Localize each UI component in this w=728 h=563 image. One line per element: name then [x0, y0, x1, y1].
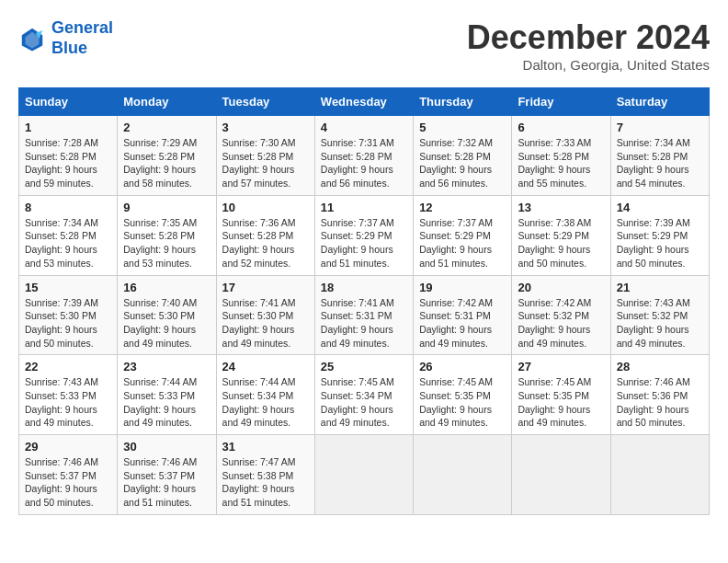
day-info: Sunrise: 7:46 AM Sunset: 5:37 PM Dayligh…: [123, 455, 210, 510]
day-info: Sunrise: 7:41 AM Sunset: 5:31 PM Dayligh…: [321, 296, 407, 350]
day-header-thursday: Thursday: [414, 88, 512, 116]
day-number: 3: [222, 121, 309, 134]
day-info: Sunrise: 7:47 AM Sunset: 5:38 PM Dayligh…: [222, 455, 309, 510]
day-info: Sunrise: 7:30 AM Sunset: 5:28 PM Dayligh…: [222, 136, 309, 190]
location: Dalton, Georgia, United States: [467, 57, 710, 73]
day-info: Sunrise: 7:46 AM Sunset: 5:37 PM Dayligh…: [25, 455, 111, 510]
calendar-cell: 7 Sunrise: 7:34 AM Sunset: 5:28 PM Dayli…: [610, 116, 709, 196]
title-block: December 2024 Dalton, Georgia, United St…: [467, 18, 710, 73]
calendar-cell: 31 Sunrise: 7:47 AM Sunset: 5:38 PM Dayl…: [216, 435, 314, 515]
day-info: Sunrise: 7:45 AM Sunset: 5:35 PM Dayligh…: [419, 375, 506, 430]
day-number: 1: [25, 121, 111, 134]
calendar-cell: 26 Sunrise: 7:45 AM Sunset: 5:35 PM Dayl…: [414, 355, 512, 435]
day-info: Sunrise: 7:36 AM Sunset: 5:28 PM Dayligh…: [222, 216, 309, 270]
calendar-cell: [610, 435, 709, 515]
day-info: Sunrise: 7:39 AM Sunset: 5:30 PM Dayligh…: [25, 296, 111, 350]
day-info: Sunrise: 7:44 AM Sunset: 5:34 PM Dayligh…: [222, 375, 309, 430]
calendar-cell: 17 Sunrise: 7:41 AM Sunset: 5:30 PM Dayl…: [216, 275, 314, 355]
day-info: Sunrise: 7:42 AM Sunset: 5:32 PM Dayligh…: [518, 296, 604, 350]
calendar-cell: 24 Sunrise: 7:44 AM Sunset: 5:34 PM Dayl…: [216, 355, 314, 435]
logo-line2: Blue: [51, 39, 87, 57]
calendar-cell: 15 Sunrise: 7:39 AM Sunset: 5:30 PM Dayl…: [19, 275, 118, 355]
calendar-cell: 14 Sunrise: 7:39 AM Sunset: 5:29 PM Dayl…: [610, 195, 709, 275]
day-number: 19: [419, 281, 506, 294]
week-row-2: 8 Sunrise: 7:34 AM Sunset: 5:28 PM Dayli…: [19, 195, 710, 275]
week-row-1: 1 Sunrise: 7:28 AM Sunset: 5:28 PM Dayli…: [19, 116, 710, 196]
day-number: 26: [419, 360, 506, 373]
calendar-cell: 20 Sunrise: 7:42 AM Sunset: 5:32 PM Dayl…: [512, 275, 610, 355]
day-number: 7: [617, 121, 703, 134]
day-number: 22: [25, 360, 111, 373]
logo: General Blue: [18, 18, 113, 58]
day-info: Sunrise: 7:34 AM Sunset: 5:28 PM Dayligh…: [617, 136, 703, 190]
day-number: 27: [518, 360, 604, 373]
day-info: Sunrise: 7:40 AM Sunset: 5:30 PM Dayligh…: [123, 296, 210, 350]
week-row-3: 15 Sunrise: 7:39 AM Sunset: 5:30 PM Dayl…: [19, 275, 710, 355]
day-info: Sunrise: 7:28 AM Sunset: 5:28 PM Dayligh…: [25, 136, 111, 190]
logo-text: General Blue: [51, 18, 113, 58]
day-number: 10: [222, 201, 309, 214]
day-info: Sunrise: 7:29 AM Sunset: 5:28 PM Dayligh…: [123, 136, 210, 190]
calendar-cell: [512, 435, 610, 515]
day-info: Sunrise: 7:42 AM Sunset: 5:31 PM Dayligh…: [419, 296, 506, 350]
day-number: 24: [222, 360, 309, 373]
logo-icon: [18, 25, 46, 52]
day-number: 15: [25, 281, 111, 294]
day-number: 2: [123, 121, 210, 134]
calendar-cell: 3 Sunrise: 7:30 AM Sunset: 5:28 PM Dayli…: [216, 116, 314, 196]
day-number: 25: [321, 360, 407, 373]
day-info: Sunrise: 7:34 AM Sunset: 5:28 PM Dayligh…: [25, 216, 111, 270]
day-number: 17: [222, 281, 309, 294]
day-info: Sunrise: 7:37 AM Sunset: 5:29 PM Dayligh…: [419, 216, 506, 270]
calendar-cell: 6 Sunrise: 7:33 AM Sunset: 5:28 PM Dayli…: [512, 116, 610, 196]
day-number: 30: [123, 440, 210, 454]
day-header-saturday: Saturday: [610, 88, 709, 116]
calendar-cell: 21 Sunrise: 7:43 AM Sunset: 5:32 PM Dayl…: [610, 275, 709, 355]
day-number: 29: [25, 440, 111, 454]
day-header-tuesday: Tuesday: [216, 88, 314, 116]
day-number: 28: [617, 360, 703, 373]
calendar-cell: 5 Sunrise: 7:32 AM Sunset: 5:28 PM Dayli…: [414, 116, 512, 196]
calendar-table: SundayMondayTuesdayWednesdayThursdayFrid…: [18, 87, 710, 515]
day-number: 21: [617, 281, 703, 294]
day-number: 12: [419, 201, 506, 214]
calendar-cell: 8 Sunrise: 7:34 AM Sunset: 5:28 PM Dayli…: [19, 195, 118, 275]
calendar-cell: 13 Sunrise: 7:38 AM Sunset: 5:29 PM Dayl…: [512, 195, 610, 275]
calendar-cell: 23 Sunrise: 7:44 AM Sunset: 5:33 PM Dayl…: [118, 355, 216, 435]
day-number: 20: [518, 281, 604, 294]
calendar-cell: [314, 435, 413, 515]
day-info: Sunrise: 7:45 AM Sunset: 5:35 PM Dayligh…: [518, 375, 604, 430]
calendar-cell: 2 Sunrise: 7:29 AM Sunset: 5:28 PM Dayli…: [118, 116, 216, 196]
calendar-cell: 19 Sunrise: 7:42 AM Sunset: 5:31 PM Dayl…: [414, 275, 512, 355]
day-header-wednesday: Wednesday: [314, 88, 413, 116]
day-info: Sunrise: 7:32 AM Sunset: 5:28 PM Dayligh…: [419, 136, 506, 190]
week-row-5: 29 Sunrise: 7:46 AM Sunset: 5:37 PM Dayl…: [19, 435, 710, 515]
day-info: Sunrise: 7:43 AM Sunset: 5:33 PM Dayligh…: [25, 375, 111, 430]
day-number: 6: [518, 121, 604, 134]
day-info: Sunrise: 7:35 AM Sunset: 5:28 PM Dayligh…: [123, 216, 210, 270]
calendar-cell: 28 Sunrise: 7:46 AM Sunset: 5:36 PM Dayl…: [610, 355, 709, 435]
calendar-cell: 11 Sunrise: 7:37 AM Sunset: 5:29 PM Dayl…: [314, 195, 413, 275]
day-info: Sunrise: 7:33 AM Sunset: 5:28 PM Dayligh…: [518, 136, 604, 190]
calendar-cell: 30 Sunrise: 7:46 AM Sunset: 5:37 PM Dayl…: [118, 435, 216, 515]
calendar-cell: 9 Sunrise: 7:35 AM Sunset: 5:28 PM Dayli…: [118, 195, 216, 275]
day-info: Sunrise: 7:41 AM Sunset: 5:30 PM Dayligh…: [222, 296, 309, 350]
day-number: 14: [617, 201, 703, 214]
day-info: Sunrise: 7:46 AM Sunset: 5:36 PM Dayligh…: [617, 375, 703, 430]
calendar-cell: 10 Sunrise: 7:36 AM Sunset: 5:28 PM Dayl…: [216, 195, 314, 275]
calendar-cell: 16 Sunrise: 7:40 AM Sunset: 5:30 PM Dayl…: [118, 275, 216, 355]
day-info: Sunrise: 7:39 AM Sunset: 5:29 PM Dayligh…: [617, 216, 703, 270]
calendar-body: 1 Sunrise: 7:28 AM Sunset: 5:28 PM Dayli…: [19, 116, 710, 515]
calendar-cell: 1 Sunrise: 7:28 AM Sunset: 5:28 PM Dayli…: [19, 116, 118, 196]
calendar-cell: [414, 435, 512, 515]
day-number: 31: [222, 440, 309, 454]
calendar-cell: 4 Sunrise: 7:31 AM Sunset: 5:28 PM Dayli…: [314, 116, 413, 196]
day-number: 18: [321, 281, 407, 294]
day-number: 16: [123, 281, 210, 294]
day-number: 11: [321, 201, 407, 214]
day-info: Sunrise: 7:44 AM Sunset: 5:33 PM Dayligh…: [123, 375, 210, 430]
calendar-cell: 12 Sunrise: 7:37 AM Sunset: 5:29 PM Dayl…: [414, 195, 512, 275]
calendar-cell: 25 Sunrise: 7:45 AM Sunset: 5:34 PM Dayl…: [314, 355, 413, 435]
page-header: General Blue December 2024 Dalton, Georg…: [18, 18, 710, 73]
day-number: 23: [123, 360, 210, 373]
